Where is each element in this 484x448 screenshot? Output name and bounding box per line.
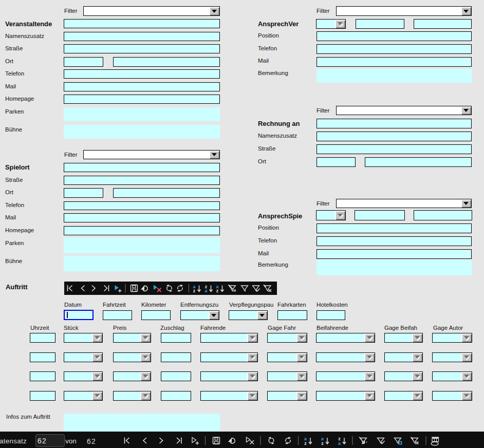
svg-text:z: z [304,441,307,446]
svg-text:a: a [204,288,208,293]
svg-text:z: z [321,441,324,446]
svg-text:z: z [216,288,219,293]
svg-text:z: z [193,288,196,293]
svg-text:a: a [338,441,341,446]
